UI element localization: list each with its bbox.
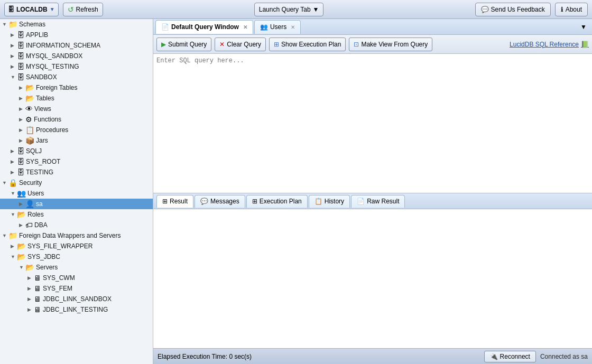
tree-label-sys_cwm: SYS_CWM (43, 274, 75, 282)
tab-users-label: Users (270, 23, 286, 31)
tree-item-views[interactable]: ▶👁Views (0, 104, 153, 114)
launch-query-selector[interactable]: Launch Query Tab ▼ (254, 3, 324, 16)
tree-arrow-users: ▼ (11, 191, 17, 196)
about-button[interactable]: ℹ About (555, 3, 588, 16)
tab-users-close[interactable]: ✕ (291, 24, 295, 30)
tree-item-jdbc_testing[interactable]: ▶🖥JDBC_LINK_TESTING (0, 304, 153, 315)
reconnect-button[interactable]: 🔌 Reconnect (484, 351, 536, 362)
db-selector[interactable]: 🗄 LOCALDB ▼ (4, 3, 59, 16)
tree-item-foreign_tables[interactable]: ▶📂Foreign Tables (0, 82, 153, 93)
result-tab-raw-label: Raw Result (367, 198, 399, 205)
tree-arrow-sandbox: ▼ (11, 74, 17, 80)
tree-icon-sa: 👤 (25, 200, 34, 208)
submit-query-button[interactable]: ▶ Submit Query (156, 38, 211, 51)
tree-item-tables[interactable]: ▶📂Tables (0, 93, 153, 104)
tree-icon-procedures: 📋 (25, 126, 34, 134)
tree-label-roles: Roles (27, 211, 44, 218)
tab-default-query-close[interactable]: ✕ (243, 24, 247, 30)
tree-item-jdbc_sandbox[interactable]: ▶🖥JDBC_LINK_SANDBOX (0, 294, 153, 304)
tree-item-sys_cwm[interactable]: ▶🖥SYS_CWM (0, 273, 153, 283)
db-icon: 🗄 (8, 6, 14, 13)
tree-item-security[interactable]: ▼🔒Security (0, 178, 153, 188)
sidebar-scroll[interactable]: ▼📁Schemas▶🗄APPLIB▶🗄INFORMATION_SCHEMA▶🗄M… (0, 19, 153, 364)
tree-label-sandbox: SANDBOX (26, 73, 57, 81)
view-icon: ⊡ (354, 41, 359, 48)
refresh-button[interactable]: ↺ Refresh (63, 3, 103, 16)
result-tab-result[interactable]: ⊞ Result (156, 195, 193, 208)
tree-label-fdw: Foreign Data Wrappers and Servers (19, 232, 121, 239)
tree-icon-sqlj: 🗄 (17, 147, 24, 155)
tree-item-dba[interactable]: ▶🏷DBA (0, 220, 153, 230)
tree-item-testing[interactable]: ▶🗄TESTING (0, 167, 153, 178)
tree-label-tables: Tables (36, 95, 54, 102)
tree-label-sys_root: SYS_ROOT (26, 158, 60, 165)
result-tab-history-icon: 📋 (314, 198, 322, 205)
tree-icon-mysql_testing: 🗄 (17, 62, 24, 71)
result-tab-raw[interactable]: 📄 Raw Result (351, 195, 405, 208)
result-tab-plan[interactable]: ⊞ Execution Plan (246, 195, 308, 208)
result-tab-messages[interactable]: 💬 Messages (195, 195, 245, 208)
make-view-button[interactable]: ⊡ Make View From Query (349, 38, 432, 51)
tree-label-servers: Servers (36, 264, 58, 271)
tree-item-sys_fem[interactable]: ▶🖥SYS_FEM (0, 283, 153, 294)
tree-item-sqlj[interactable]: ▶🗄SQLJ (0, 146, 153, 156)
sql-reference-icon: 📗 (581, 41, 589, 48)
tree-icon-info_schema: 🗄 (17, 41, 24, 50)
make-view-label: Make View From Query (361, 41, 428, 48)
clear-query-button[interactable]: ✕ Clear Query (215, 38, 266, 51)
launch-query-chevron: ▼ (313, 6, 319, 13)
elapsed-time: Elapsed Execution Time: 0 sec(s) (158, 353, 252, 360)
connected-label: Connected as sa (540, 353, 588, 360)
tree-icon-sys_cwm: 🖥 (34, 274, 41, 282)
tree-item-fdw[interactable]: ▼📁Foreign Data Wrappers and Servers (0, 230, 153, 241)
tree-item-sys_root[interactable]: ▶🗄SYS_ROOT (0, 156, 153, 167)
about-label: About (566, 6, 582, 13)
refresh-label: Refresh (76, 6, 98, 13)
tab-users[interactable]: 👥 Users ✕ (254, 20, 301, 34)
tree-item-users[interactable]: ▼👥Users (0, 188, 153, 199)
tree-item-roles[interactable]: ▼📂Roles (0, 209, 153, 220)
tab-default-query-icon: 📄 (161, 23, 169, 31)
result-tab-history[interactable]: 📋 History (309, 195, 350, 208)
tree-icon-servers: 📂 (25, 263, 34, 272)
result-tab-messages-label: Messages (210, 198, 239, 205)
tree-label-functions: Functions (34, 116, 61, 123)
tree-item-functions[interactable]: ▶⚙Functions (0, 114, 153, 125)
tree-label-procedures: Procedures (36, 126, 68, 134)
result-tab-plan-label: Execution Plan (260, 198, 302, 205)
tree-arrow-jars: ▶ (19, 138, 25, 143)
tree-item-servers[interactable]: ▼📂Servers (0, 262, 153, 273)
tree-arrow-sa: ▶ (19, 201, 25, 207)
tree-icon-users: 👥 (17, 189, 26, 198)
top-toolbar: 🗄 LOCALDB ▼ ↺ Refresh Launch Query Tab ▼… (0, 0, 592, 19)
query-input[interactable] (153, 54, 592, 193)
tree-item-sandbox[interactable]: ▼🗄SANDBOX (0, 72, 153, 82)
top-right-buttons: 💬 Send Us Feedback ℹ About (475, 3, 588, 16)
sql-reference-label: LucidDB SQL Reference (510, 41, 579, 48)
tree-item-procedures[interactable]: ▶📋Procedures (0, 125, 153, 135)
feedback-button[interactable]: 💬 Send Us Feedback (475, 3, 551, 16)
tree-item-sys_jdbc[interactable]: ▼📂SYS_JDBC (0, 251, 153, 262)
db-dropdown-chevron: ▼ (50, 6, 55, 12)
tab-dropdown-button[interactable]: ▼ (577, 22, 590, 32)
tree-item-mysql_sandbox[interactable]: ▶🗄MYSQL_SANDBOX (0, 51, 153, 61)
tree-icon-schemas: 📁 (8, 20, 17, 29)
tab-default-query[interactable]: 📄 Default Query Window ✕ (155, 20, 253, 34)
sql-reference-link[interactable]: LucidDB SQL Reference 📗 (510, 41, 589, 48)
tree-item-mysql_testing[interactable]: ▶🗄MYSQL_TESTING (0, 61, 153, 72)
tree-item-sa[interactable]: ▶👤sa (0, 199, 153, 209)
tree-item-schemas[interactable]: ▼📁Schemas (0, 19, 153, 30)
tree-item-jars[interactable]: ▶📦Jars (0, 135, 153, 146)
reconnect-label: Reconnect (500, 353, 530, 360)
tree-item-info_schema[interactable]: ▶🗄INFORMATION_SCHEMA (0, 40, 153, 51)
refresh-icon: ↺ (68, 5, 74, 14)
tree-icon-mysql_sandbox: 🗄 (17, 52, 24, 60)
tree-item-sys_file[interactable]: ▶📂SYS_FILE_WRAPPER (0, 241, 153, 251)
tab-bar: 📄 Default Query Window ✕ 👥 Users ✕ ▼ (153, 19, 592, 35)
feedback-label: Send Us Feedback (491, 6, 545, 13)
tree-item-applib[interactable]: ▶🗄APPLIB (0, 30, 153, 40)
show-plan-button[interactable]: ⊞ Show Execution Plan (269, 38, 346, 51)
tree-label-foreign_tables: Foreign Tables (36, 84, 78, 91)
submit-query-label: Submit Query (168, 41, 207, 48)
tree-icon-views: 👁 (25, 105, 33, 113)
